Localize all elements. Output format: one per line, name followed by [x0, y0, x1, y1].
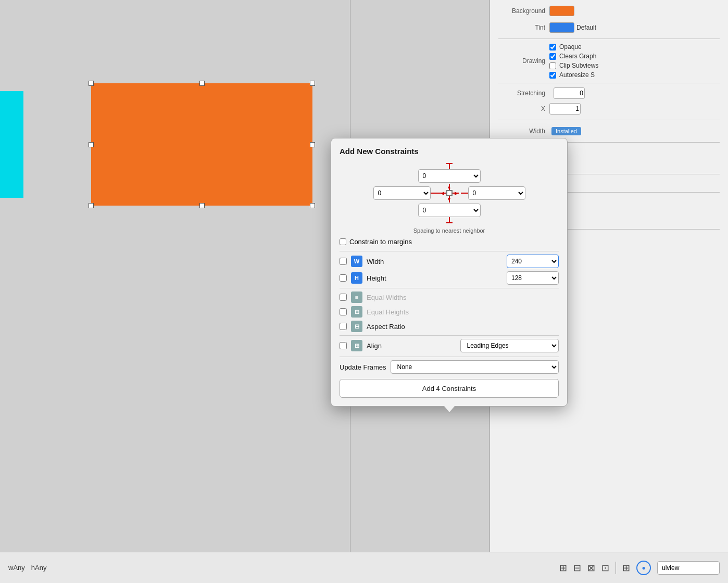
clip-subviews-label: Clip Subviews [559, 62, 598, 69]
align-icon: ⊞ [351, 340, 362, 351]
height-icon: H [351, 272, 362, 284]
size-h-label: hAny [31, 564, 47, 572]
toolbar-right: ⊞ ⊟ ⊠ ⊡ ⊞ ● [559, 561, 720, 575]
autoresize-checkbox[interactable] [549, 72, 556, 79]
width-label: Width [498, 128, 545, 135]
spacing-label: Spacing to nearest neighbor [340, 227, 559, 234]
opaque-row: Opaque [549, 43, 598, 50]
clears-graph-row: Clears Graph [549, 53, 598, 60]
update-frames-select[interactable]: None [391, 360, 559, 374]
popup-tail [444, 406, 455, 412]
x-label: X [498, 105, 545, 112]
search-input[interactable] [657, 561, 720, 575]
stretching-x-input[interactable] [554, 87, 585, 99]
popup-title: Add New Constraints [340, 147, 559, 156]
handle-mid-left[interactable] [89, 142, 94, 147]
align-row: ⊞ Align Leading Edges [340, 339, 559, 352]
constrain-margins-checkbox[interactable] [340, 238, 346, 245]
add-constraints-popup: Add New Constraints 0 0 [331, 138, 568, 407]
equal-widths-row: ≡ Equal Widths [340, 292, 559, 303]
layout-icon-2[interactable]: ⊟ [573, 562, 581, 574]
equal-widths-checkbox[interactable] [340, 294, 347, 301]
clip-subviews-row: Clip Subviews [549, 62, 598, 69]
stretching-label: Stretching [498, 90, 545, 97]
spacing-bottom-row: 0 [418, 202, 481, 223]
handle-bot-right[interactable] [310, 203, 315, 208]
spacing-top-select[interactable]: 0 [418, 169, 481, 183]
size-w-label: wAny [8, 564, 25, 572]
handle-bot-mid[interactable] [199, 203, 205, 208]
spacing-top-row: 0 [418, 163, 481, 184]
equal-heights-checkbox[interactable] [340, 308, 347, 315]
width-value-select[interactable]: 240 [507, 255, 559, 268]
bottom-toolbar: wAny hAny ⊞ ⊟ ⊠ ⊡ ⊞ ● [0, 552, 728, 583]
layout-icon-3[interactable]: ⊠ [587, 562, 595, 574]
stretching-section: Stretching [498, 87, 720, 99]
cyan-bar [0, 91, 23, 198]
aspect-ratio-row: ⊟ Aspect Ratio [340, 321, 559, 332]
width-constraint-row: W Width 240 [340, 255, 559, 268]
tint-color-swatch[interactable] [549, 22, 574, 33]
clip-subviews-checkbox[interactable] [549, 62, 556, 69]
orange-rect [91, 83, 312, 206]
handle-top-left[interactable] [89, 81, 94, 86]
width-icon: W [351, 256, 362, 267]
height-value-select[interactable]: 128 [507, 271, 559, 285]
spacing-right-select[interactable]: 0 [468, 186, 525, 200]
spacing-grid: 0 0 ◀ ▶ ▲ [340, 163, 559, 223]
align-type-select[interactable]: Leading Edges [460, 339, 559, 352]
handle-top-mid[interactable] [199, 81, 205, 86]
drawing-label: Drawing [498, 57, 545, 65]
width-constraint-label: Width [367, 258, 503, 265]
background-row: Background [498, 4, 720, 18]
handle-mid-right[interactable] [310, 142, 315, 147]
align-checkbox[interactable] [340, 342, 347, 349]
opaque-checkbox[interactable] [549, 44, 556, 50]
x-value-input[interactable] [549, 103, 581, 115]
grid-icon[interactable]: ⊞ [622, 562, 630, 574]
spacing-bottom-select[interactable]: 0 [418, 204, 481, 217]
handle-bot-left[interactable] [89, 203, 94, 208]
height-constraint-checkbox[interactable] [340, 274, 347, 282]
clears-graph-checkbox[interactable] [549, 53, 556, 60]
tint-value: Default [576, 24, 596, 31]
height-constraint-row: H Height 128 [340, 271, 559, 285]
drawing-row: Drawing Opaque Clears Graph Clip Subview… [498, 43, 720, 79]
aspect-ratio-checkbox[interactable] [340, 323, 347, 330]
layout-icon-4[interactable]: ⊡ [601, 562, 609, 574]
equal-heights-icon: ⊟ [351, 306, 362, 318]
height-constraint-label: Height [367, 274, 503, 282]
ibeam-top: 0 [418, 163, 481, 183]
width-constraint-checkbox[interactable] [340, 258, 347, 265]
width-row: Width Installed [498, 124, 720, 138]
equal-heights-label: Equal Heights [367, 308, 559, 316]
tint-row: Tint Default [498, 21, 720, 34]
clears-graph-label: Clears Graph [559, 53, 596, 60]
tint-label: Tint [498, 24, 545, 31]
equal-widths-label: Equal Widths [367, 294, 559, 301]
equal-heights-row: ⊟ Equal Heights [340, 306, 559, 318]
autoresize-label: Autoresize S [559, 71, 595, 79]
constrain-margins-row: Constrain to margins [340, 238, 559, 246]
equal-widths-icon: ≡ [351, 292, 362, 303]
center-constraint-icon: ◀ ▶ ▲ ▼ [440, 184, 459, 202]
layout-icon-1[interactable]: ⊞ [559, 562, 567, 574]
constrain-margins-label: Constrain to margins [349, 238, 412, 246]
add-constraints-button[interactable]: Add 4 Constraints [340, 379, 559, 398]
opaque-label: Opaque [559, 43, 582, 50]
align-label: Align [367, 342, 456, 350]
background-color-swatch[interactable] [549, 6, 574, 16]
x-row: X [498, 102, 720, 116]
drawing-checkboxes: Opaque Clears Graph Clip Subviews Autore… [549, 43, 598, 79]
update-frames-label: Update Frames [340, 363, 386, 371]
spacing-left-select[interactable]: 0 [373, 186, 431, 200]
update-frames-row: Update Frames None [340, 360, 559, 374]
toolbar-divider [616, 562, 616, 574]
autoresize-row: Autoresize S [549, 71, 598, 79]
aspect-ratio-icon: ⊟ [351, 321, 362, 332]
uiview-circle-icon[interactable]: ● [636, 561, 651, 575]
handle-top-right[interactable] [310, 81, 315, 86]
orange-rect-container[interactable] [91, 83, 312, 206]
background-label: Background [498, 7, 545, 15]
aspect-ratio-label: Aspect Ratio [367, 323, 559, 331]
